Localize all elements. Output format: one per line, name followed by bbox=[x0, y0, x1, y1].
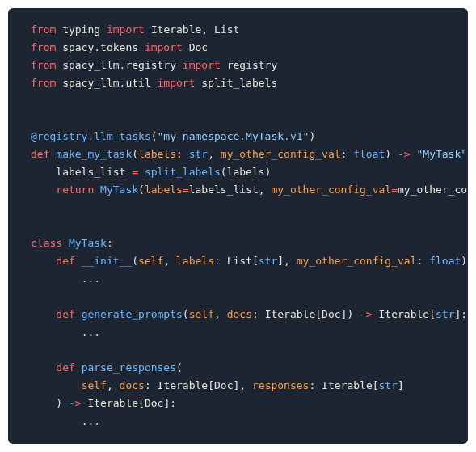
kw-def: def bbox=[56, 308, 74, 320]
type: str bbox=[189, 148, 208, 160]
param: labels bbox=[176, 255, 214, 267]
op-eq: = bbox=[132, 166, 138, 178]
code-line bbox=[31, 217, 468, 234]
code-line: from spacy.tokens import Doc bbox=[31, 39, 468, 57]
code-line bbox=[31, 341, 468, 359]
type: float bbox=[353, 148, 385, 160]
code-line: def make_my_task(labels: str, my_other_c… bbox=[31, 146, 468, 163]
code-line: self, docs: Iterable[Doc], responses: It… bbox=[31, 377, 468, 395]
type: Iterable bbox=[87, 397, 138, 409]
code-line: from spacy_llm.registry import registry bbox=[31, 57, 468, 74]
type: str bbox=[379, 379, 398, 391]
code-line: def __init__(self, labels: List[str], my… bbox=[31, 252, 468, 270]
code-line: from typing import Iterable, List bbox=[31, 21, 468, 39]
fn-name: __init__ bbox=[82, 255, 133, 267]
kw-from: from bbox=[31, 41, 56, 53]
kw-def: def bbox=[56, 361, 74, 374]
code-line: return MyTask(labels=labels_list, my_oth… bbox=[31, 181, 468, 199]
param: docs bbox=[227, 308, 252, 320]
call: split_labels bbox=[145, 166, 221, 178]
param: my_other_config_val bbox=[297, 255, 417, 267]
type: str bbox=[259, 255, 277, 267]
type: Iterable bbox=[322, 379, 373, 391]
ret-type: "MyTask" bbox=[416, 148, 467, 160]
code-line: from spacy_llm.util import split_labels bbox=[31, 74, 468, 92]
code-line: ... bbox=[31, 412, 468, 430]
code-line: @registry.llm_tasks("my_namespace.MyTask… bbox=[31, 128, 468, 146]
type: Doc bbox=[214, 379, 233, 391]
mod: spacy_llm.util bbox=[62, 77, 151, 89]
kw-import: import bbox=[158, 77, 196, 89]
ellipsis: ... bbox=[82, 326, 100, 338]
mod: typing bbox=[62, 23, 100, 36]
code-line: ... bbox=[31, 270, 468, 288]
type: Doc bbox=[322, 308, 340, 320]
kw-def: def bbox=[56, 255, 74, 267]
cls-call: MyTask bbox=[100, 184, 138, 196]
type: float bbox=[429, 255, 461, 267]
kw-import: import bbox=[107, 23, 145, 36]
mod: spacy.tokens bbox=[62, 41, 138, 53]
param: my_other_config_val bbox=[221, 148, 341, 160]
type: Iterable bbox=[158, 379, 209, 391]
arg: labels bbox=[227, 166, 265, 178]
code-line bbox=[31, 288, 468, 306]
code-line: def generate_prompts(self, docs: Iterabl… bbox=[31, 306, 468, 323]
code-block: from typing import Iterable, List from s… bbox=[8, 8, 468, 444]
fn-name: generate_prompts bbox=[82, 308, 183, 320]
kw-import: import bbox=[183, 59, 221, 71]
imp: Doc bbox=[189, 41, 208, 53]
ellipsis: ... bbox=[82, 415, 100, 427]
param: self bbox=[138, 255, 163, 267]
type: Iterable bbox=[265, 308, 316, 320]
param: self bbox=[82, 379, 107, 391]
fn-name: make_my_task bbox=[56, 148, 132, 160]
mod: spacy_llm.registry bbox=[62, 59, 176, 71]
kw-from: from bbox=[31, 77, 56, 89]
arrow: -> bbox=[398, 148, 411, 160]
param: responses bbox=[252, 379, 309, 391]
str-literal: "my_namespace.MyTask.v1" bbox=[158, 130, 310, 142]
code-line: ... bbox=[31, 323, 468, 341]
param: self bbox=[189, 308, 214, 320]
kw-return: return bbox=[56, 184, 94, 196]
arrow: -> bbox=[69, 397, 82, 409]
val: labels_list bbox=[189, 184, 259, 196]
fn-name: parse_responses bbox=[82, 361, 176, 374]
decorator: @registry.llm_tasks bbox=[31, 130, 151, 142]
kw-def: def bbox=[31, 148, 49, 160]
kw-from: from bbox=[31, 23, 56, 36]
type: str bbox=[436, 308, 454, 320]
code-line bbox=[31, 110, 468, 128]
type: List bbox=[227, 255, 252, 267]
cls-name: MyTask bbox=[69, 237, 107, 249]
arrow: -> bbox=[360, 308, 373, 320]
code-line bbox=[31, 199, 468, 217]
code-line: def parse_responses( bbox=[31, 359, 468, 377]
imp: registry bbox=[227, 59, 278, 71]
kw-import: import bbox=[145, 41, 183, 53]
code-line bbox=[31, 92, 468, 110]
ellipsis: ... bbox=[82, 272, 100, 285]
type: Iterable bbox=[379, 308, 430, 320]
imp: split_labels bbox=[201, 77, 277, 89]
kw-from: from bbox=[31, 59, 56, 71]
type: Doc bbox=[145, 397, 163, 409]
kwarg: labels bbox=[145, 184, 183, 196]
kw-class: class bbox=[31, 237, 62, 249]
code-line: ) -> Iterable[Doc]: bbox=[31, 395, 468, 412]
code-line: class MyTask: bbox=[31, 234, 468, 252]
val: my_other_con bbox=[398, 184, 468, 196]
imp: Iterable, List bbox=[151, 23, 240, 36]
var: labels_list bbox=[56, 166, 125, 178]
param: docs bbox=[120, 379, 145, 391]
kwarg: my_other_config_val bbox=[271, 184, 391, 196]
param: labels bbox=[138, 148, 176, 160]
code-line: labels_list = split_labels(labels) bbox=[31, 163, 468, 181]
